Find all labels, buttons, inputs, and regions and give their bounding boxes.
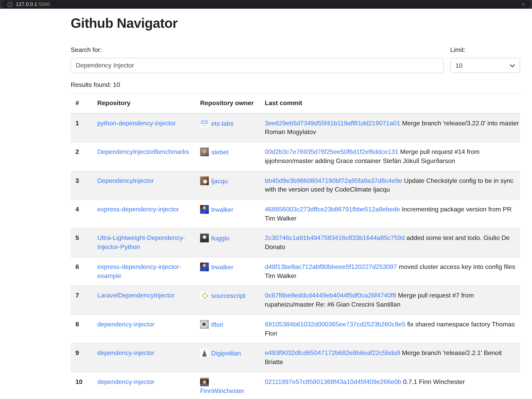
owner-link[interactable]: sourcescript: [211, 293, 246, 299]
row-number: 9: [71, 343, 93, 372]
commit-message: 0.7.1 Finn Winchester: [403, 378, 465, 385]
table-row: 9 dependency-injector Digipolitan e493f9…: [71, 343, 520, 372]
avatar-tflori-eye-photo: [200, 320, 209, 329]
repo-cell: dependency-injector: [93, 343, 195, 372]
repo-link[interactable]: dependency-injector: [97, 378, 154, 385]
search-input[interactable]: [71, 58, 444, 73]
repo-link[interactable]: DependencyInjector: [97, 177, 154, 184]
header-repository: Repository: [93, 94, 195, 113]
header-number: #: [71, 94, 93, 113]
page-title: Github Navigator: [71, 15, 520, 31]
row-number: 4: [71, 200, 93, 228]
owner-link[interactable]: ljacqu: [211, 178, 228, 184]
repo-cell: dependency-injector: [93, 372, 195, 399]
table-row: 6 express-dependency-injector-example tr…: [71, 257, 520, 286]
repo-cell: DependencyInjectorBenchmarks: [93, 142, 195, 171]
table-row: 2 DependencyInjectorBenchmarks stebet 00…: [71, 142, 520, 171]
url-bar[interactable]: i 127.0.0.1:5000 ☆: [2, 0, 530, 8]
commit-cell: 0c67f6be8eddcd4449eb4044f5df0ca26f4740f8…: [260, 286, 520, 315]
avatar-stebet-portrait: [200, 147, 209, 156]
search-column: Search for:: [71, 45, 444, 73]
results-count: Results found: 10: [71, 80, 520, 90]
row-number: 5: [71, 228, 93, 257]
commit-cell: d48f13be8ac712abf80bbeee5f120227d253097 …: [260, 257, 520, 286]
owner-cell: stebet: [195, 142, 260, 171]
avatar-finnwinchester-portrait: [200, 377, 209, 386]
commit-cell: 02111997e57c85801368f43a10d45f409e266e0b…: [260, 372, 520, 399]
row-number: 3: [71, 171, 93, 200]
repo-link[interactable]: python-dependency-injector: [97, 120, 176, 126]
repo-cell: LaravelDependencyInjector: [93, 286, 195, 315]
commit-hash-link[interactable]: bb45d9e3b98608047190bf72a95fa9a37d8c4e9e: [265, 177, 402, 184]
repo-link[interactable]: dependency-injector: [97, 350, 154, 356]
table-row: 4 express-dependency-injector trwalker 4…: [71, 200, 520, 228]
repo-link[interactable]: LaravelDependencyInjector: [97, 292, 175, 299]
row-number: 6: [71, 257, 93, 286]
owner-link[interactable]: stebet: [211, 149, 228, 155]
repo-cell: dependency-injector: [93, 315, 195, 344]
commit-hash-link[interactable]: e493f9032dfcd65047172b682e8b6eaf22c5bda9: [265, 350, 400, 356]
owner-cell: trwalker: [195, 257, 260, 286]
repo-link[interactable]: DependencyInjectorBenchmarks: [97, 148, 189, 155]
owner-cell: Digipolitan: [195, 343, 260, 372]
repo-link[interactable]: express-dependency-injector: [97, 206, 179, 213]
owner-cell: liuggio: [195, 228, 260, 257]
limit-select-wrap: 10: [450, 58, 520, 73]
owner-link[interactable]: trwalker: [211, 264, 234, 270]
avatar-trwalker-ninja: [200, 205, 209, 214]
owner-cell: trwalker: [195, 200, 260, 228]
commit-cell: 2c30746c1a91b4947583416c833b1644a85c759d…: [260, 228, 520, 257]
avatar-ljacqu-cat-photo: [200, 176, 209, 185]
commit-hash-link[interactable]: 69105384b61032d000365ee737cd2523b260c8e5: [265, 321, 405, 328]
owner-link[interactable]: trwalker: [211, 206, 234, 213]
commit-hash-link[interactable]: 00d2b3c7e76935d76f25ee50f6d1f2ef6ddce131: [265, 148, 399, 155]
owner-cell: sourcescript: [195, 286, 260, 315]
commit-cell: 00d2b3c7e76935d76f25ee50f6d1f2ef6ddce131…: [260, 142, 520, 171]
url-host: 127.0.0.1: [16, 2, 37, 7]
info-circle-icon[interactable]: i: [7, 2, 13, 7]
owner-link[interactable]: Digipolitan: [211, 350, 241, 356]
owner-cell: ETSets-labs: [195, 113, 260, 142]
browser-toolbar: i 127.0.0.1:5000 ☆: [0, 0, 532, 9]
header-last-commit: Last commit: [260, 94, 520, 113]
owner-cell: FinnWinchester: [195, 372, 260, 399]
owner-link[interactable]: tflori: [211, 321, 223, 328]
table-row: 7 LaravelDependencyInjector sourcescript…: [71, 286, 520, 315]
repo-link[interactable]: dependency-injector: [97, 321, 154, 328]
commit-cell: e493f9032dfcd65047172b682e8b6eaf22c5bda9…: [260, 343, 520, 372]
table-row: 10 dependency-injector FinnWinchester 02…: [71, 372, 520, 399]
row-number: 10: [71, 372, 93, 399]
commit-hash-link[interactable]: 2c30746c1a91b4947583416c833b1644a85c759d: [265, 235, 405, 241]
avatar-ets-labs-logo: ETS: [200, 119, 209, 128]
row-number: 7: [71, 286, 93, 315]
repo-cell: DependencyInjector: [93, 171, 195, 200]
owner-link[interactable]: ets-labs: [211, 120, 234, 127]
search-form: Search for: Limit: 10: [71, 45, 520, 73]
bookmark-star-icon[interactable]: ☆: [521, 2, 526, 7]
commit-cell: 3ee629eb5d7349d55f41b119aff81dd219071a01…: [260, 113, 520, 142]
repo-cell: python-dependency-injector: [93, 113, 195, 142]
commit-cell: 468856003c273dffce23b86791fbbe512a8ebede…: [260, 200, 520, 228]
limit-select[interactable]: 10: [450, 58, 520, 73]
commit-cell: 69105384b61032d000365ee737cd2523b260c8e5…: [260, 315, 520, 344]
owner-link[interactable]: FinnWinchester: [200, 388, 244, 394]
owner-link[interactable]: liuggio: [211, 235, 230, 242]
repo-link[interactable]: express-dependency-injector-example: [97, 263, 181, 279]
commit-hash-link[interactable]: 0c67f6be8eddcd4449eb4044f5df0ca26f4740f8: [265, 292, 396, 299]
row-number: 8: [71, 315, 93, 344]
repo-cell: Ultra-Lightweight-Dependency-Injector-Py…: [93, 228, 195, 257]
repo-link[interactable]: Ultra-Lightweight-Dependency-Injector-Py…: [97, 235, 185, 250]
avatar-digipolitan-rocket-logo: [200, 349, 209, 357]
table-row: 3 DependencyInjector ljacqu bb45d9e3b986…: [71, 171, 520, 200]
row-number: 2: [71, 142, 93, 171]
url-text: 127.0.0.1:5000: [16, 2, 50, 7]
commit-hash-link[interactable]: 468856003c273dffce23b86791fbbe512a8ebede: [265, 206, 400, 213]
commit-hash-link[interactable]: 3ee629eb5d7349d55f41b119aff81dd219071a01: [265, 120, 400, 126]
results-table: # Repository Repository owner Last commi…: [71, 94, 520, 399]
table-row: 8 dependency-injector tflori 69105384b61…: [71, 315, 520, 344]
limit-label: Limit:: [450, 45, 520, 55]
commit-hash-link[interactable]: d48f13be8ac712abf80bbeee5f120227d253097: [265, 263, 397, 270]
commit-hash-link[interactable]: 02111997e57c85801368f43a10d45f409e266e0b: [265, 378, 401, 385]
owner-cell: ljacqu: [195, 171, 260, 200]
url-port: :5000: [37, 2, 50, 7]
